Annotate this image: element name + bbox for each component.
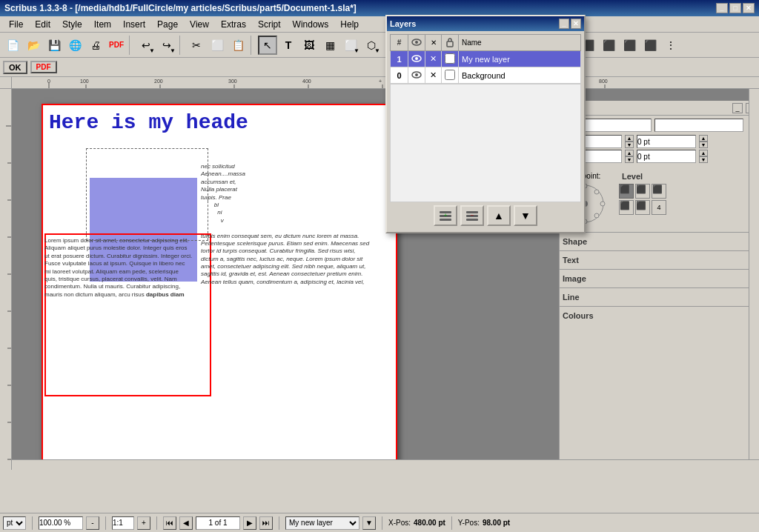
cut-button[interactable]: ✂ xyxy=(187,36,206,55)
skew-input[interactable] xyxy=(637,150,696,163)
layers-min[interactable]: _ xyxy=(559,19,569,29)
horizontal-scrollbar[interactable] xyxy=(12,459,759,470)
layers-title: Layers xyxy=(390,19,416,28)
pdf-button[interactable]: PDF xyxy=(30,61,57,73)
delete-layer-button[interactable]: − xyxy=(460,205,484,226)
menu-windows[interactable]: Windows xyxy=(287,18,335,31)
menu-insert[interactable]: Insert xyxy=(117,18,151,31)
page-next-button[interactable]: ▶ xyxy=(243,516,256,530)
panel-top-section: ▲ ▼ ▲ ▼ ▲ ▼ xyxy=(560,116,759,167)
layer-1-checkbox[interactable] xyxy=(445,53,455,64)
text-tool[interactable]: T xyxy=(279,36,298,55)
height-up[interactable]: ▲ xyxy=(699,135,708,142)
pointer-tool[interactable]: ↖ xyxy=(258,36,277,55)
polygon-tool[interactable]: ⬡▼ xyxy=(362,36,381,55)
text-section[interactable]: Text xyxy=(560,254,759,266)
divider-1 xyxy=(560,232,759,233)
misc-tool[interactable]: ⬛ xyxy=(640,36,660,55)
layers-table: # ✕ Name 1 ✕ xyxy=(390,34,581,84)
move-layer-up-button[interactable]: ▲ xyxy=(487,205,511,226)
layer-select[interactable]: My new layer xyxy=(285,516,359,530)
mode-select[interactable]: pt xyxy=(3,516,26,530)
text-column-2: nec sollicitudAenean....massaaccumsan et… xyxy=(201,163,371,286)
level-up[interactable]: ⬛ xyxy=(619,200,634,215)
layer-1-lock[interactable] xyxy=(442,51,459,67)
paste-button[interactable]: 📋 xyxy=(228,36,248,55)
move-layer-down-button[interactable]: ▼ xyxy=(514,205,537,226)
shape-tool[interactable]: ⬜▼ xyxy=(341,36,360,55)
layer-0-lock[interactable] xyxy=(442,67,459,84)
page-last-button[interactable]: ⏭ xyxy=(259,516,273,530)
layer-0-checkbox[interactable] xyxy=(445,70,455,80)
align-justify-button[interactable]: ⬛ xyxy=(620,36,639,55)
undo-button[interactable]: ↩▼ xyxy=(136,36,156,55)
extra-tool[interactable]: ⋮ xyxy=(661,36,680,55)
height-down[interactable]: ▼ xyxy=(699,142,708,148)
web-button[interactable]: 🌐 xyxy=(65,36,84,55)
image-section[interactable]: Image xyxy=(560,273,759,285)
colours-section[interactable]: Colours xyxy=(560,310,759,322)
layer-0-del[interactable]: ✕ xyxy=(425,67,442,84)
pdf-export-button[interactable]: PDF xyxy=(107,36,126,55)
layers-dialog: Layers _ ✕ # ✕ Name xyxy=(385,15,586,233)
menu-view[interactable]: View xyxy=(184,18,215,31)
redo-button[interactable]: ↪▼ xyxy=(157,36,176,55)
zoom-input[interactable] xyxy=(39,516,83,530)
zoom-in-button[interactable]: + xyxy=(137,516,150,530)
layer-0-vis[interactable] xyxy=(408,67,425,84)
level-bottom[interactable]: ⬛ xyxy=(619,184,634,199)
layers-close[interactable]: ✕ xyxy=(571,19,581,29)
image-frame-tool[interactable]: 🖼 xyxy=(299,36,319,55)
scale-input[interactable] xyxy=(112,516,134,530)
menu-file[interactable]: File xyxy=(3,18,29,31)
line-section[interactable]: Line xyxy=(560,291,759,303)
level-raise[interactable]: ⬛ xyxy=(652,184,666,199)
add-layer-button[interactable]: + xyxy=(434,205,457,226)
height-input[interactable] xyxy=(637,135,696,148)
menu-help[interactable]: Help xyxy=(334,18,365,31)
panel-minimize[interactable]: _ xyxy=(732,103,743,113)
layer-0-name: Background xyxy=(459,67,581,84)
layer-dropdown-button[interactable]: ▼ xyxy=(362,516,376,530)
zoom-out-button[interactable]: - xyxy=(86,516,99,530)
align-right-button[interactable]: ⬛ xyxy=(599,36,618,55)
layer-1-del[interactable]: ✕ xyxy=(425,51,442,67)
menu-page[interactable]: Page xyxy=(151,18,184,31)
menu-edit[interactable]: Edit xyxy=(29,18,56,31)
copy-button[interactable]: ⬜ xyxy=(208,36,227,55)
page-input[interactable] xyxy=(196,516,240,530)
layer-1-vis[interactable] xyxy=(408,51,425,67)
rot-down[interactable]: ▼ xyxy=(625,156,634,163)
y-input[interactable] xyxy=(654,119,743,132)
minimize-button[interactable]: _ xyxy=(716,3,728,13)
skew-down[interactable]: ▼ xyxy=(699,156,708,163)
lock-icon xyxy=(445,37,454,47)
shape-section[interactable]: Shape xyxy=(560,236,759,247)
text-column-1: Lorem ipsum dolor sit amet, consectetur … xyxy=(44,237,193,299)
svg-text:−: − xyxy=(471,212,474,219)
level-down[interactable]: ⬛ xyxy=(635,200,650,215)
level-lower[interactable]: ⬛ xyxy=(635,184,650,199)
save-button[interactable]: 💾 xyxy=(44,36,64,55)
close-button[interactable]: ✕ xyxy=(743,3,755,13)
width-down[interactable]: ▼ xyxy=(625,142,634,148)
open-button[interactable]: 📂 xyxy=(24,36,43,55)
ok-button[interactable]: OK xyxy=(3,61,27,74)
xpos-label: X-Pos: xyxy=(388,519,411,527)
menu-item[interactable]: Item xyxy=(88,18,117,31)
width-up[interactable]: ▲ xyxy=(625,135,634,142)
maximize-button[interactable]: □ xyxy=(729,3,741,13)
layer-row-0[interactable]: 0 ✕ Background xyxy=(391,67,581,84)
print-button[interactable]: 🖨 xyxy=(86,36,105,55)
vertical-scrollbar[interactable] xyxy=(749,89,759,459)
table-tool[interactable]: ▦ xyxy=(320,36,339,55)
new-button[interactable]: 📄 xyxy=(3,36,22,55)
menu-style[interactable]: Style xyxy=(56,18,88,31)
menu-extras[interactable]: Extras xyxy=(215,18,252,31)
layer-row-1[interactable]: 1 ✕ My new layer xyxy=(391,51,581,67)
page-first-button[interactable]: ⏮ xyxy=(163,516,176,530)
page-prev-button[interactable]: ◀ xyxy=(179,516,193,530)
skew-up[interactable]: ▲ xyxy=(699,150,708,156)
menu-script[interactable]: Script xyxy=(252,18,287,31)
rot-up[interactable]: ▲ xyxy=(625,150,634,156)
